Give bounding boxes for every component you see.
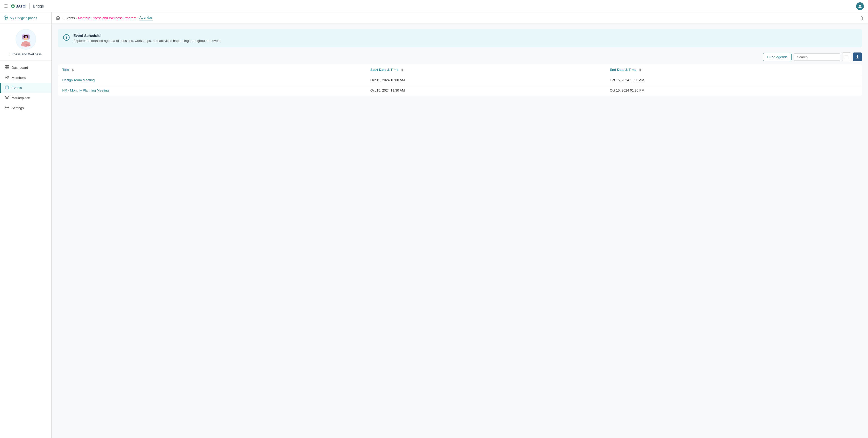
list-icon [844, 55, 848, 59]
members-label: Members [11, 76, 26, 80]
my-spaces-icon [4, 16, 8, 21]
breadcrumb-agendas[interactable]: Agendas [140, 16, 153, 21]
info-banner: Event Schedule! Explore the detailed age… [58, 29, 862, 47]
svg-rect-26 [7, 67, 9, 69]
table-header-row: Title ⇅ Start Date & Time ⇅ End Date & T… [58, 65, 862, 75]
search-input[interactable] [794, 53, 840, 61]
avatar[interactable] [856, 2, 864, 10]
svg-rect-29 [5, 86, 9, 89]
hamburger-icon[interactable]: ☰ [4, 4, 8, 8]
marketplace-icon [5, 95, 9, 100]
breadcrumb-program[interactable]: Monthly Fitness and Wellness Program [78, 16, 136, 20]
sidebar-item-events[interactable]: Events [0, 83, 52, 93]
svg-point-38 [66, 36, 67, 36]
navbar-divider [29, 3, 30, 9]
main-layout: My Bridge Spaces [0, 12, 868, 438]
svg-text:BATOI: BATOI [16, 4, 26, 8]
batoi-logo-svg: BATOI [11, 3, 26, 10]
my-bridge-spaces-link[interactable]: My Bridge Spaces [0, 12, 52, 24]
info-circle-icon [63, 34, 70, 41]
breadcrumb-home[interactable] [56, 16, 60, 21]
svg-rect-24 [7, 65, 9, 67]
sidebar-item-marketplace[interactable]: Marketplace [0, 93, 52, 103]
agenda-title-link-1[interactable]: HR - Monthly Planning Meeting [62, 88, 109, 92]
download-button[interactable] [853, 53, 862, 61]
agenda-table: Title ⇅ Start Date & Time ⇅ End Date & T… [58, 64, 862, 96]
breadcrumb-events[interactable]: Events [65, 16, 75, 20]
people-icon [5, 75, 9, 79]
col-actions [846, 65, 862, 75]
cell-actions-0 [846, 75, 862, 85]
sidebar-item-settings[interactable]: Settings [0, 103, 52, 113]
svg-rect-25 [5, 67, 7, 69]
calendar-icon [5, 85, 9, 89]
list-view-button[interactable] [842, 53, 851, 61]
svg-point-28 [7, 76, 8, 77]
sidebar-nav: Dashboard Members [0, 60, 52, 115]
svg-point-27 [6, 76, 7, 77]
svg-point-1 [12, 5, 14, 7]
cell-end-1: Oct 15, 2024 01:30 PM [606, 85, 846, 96]
table-toolbar: + Add Agenda [58, 53, 862, 61]
col-end-date: End Date & Time ⇅ [606, 65, 846, 75]
svg-point-34 [6, 107, 8, 108]
cell-start-0: Oct 15, 2024 10:00 AM [366, 75, 606, 85]
info-description: Explore the detailed agenda of sessions,… [73, 39, 221, 43]
navbar-brand: Bridge [33, 4, 44, 8]
dashboard-label: Dashboard [11, 66, 28, 69]
search-container [794, 53, 840, 61]
profile-avatar [16, 29, 36, 50]
marketplace-label: Marketplace [11, 96, 30, 100]
grid-icon [5, 65, 9, 69]
info-title: Event Schedule! [73, 34, 221, 38]
page-content: Event Schedule! Explore the detailed age… [52, 24, 868, 438]
col-start-label: Start Date & Time [370, 68, 398, 71]
add-agenda-button[interactable]: + Add Agenda [763, 53, 792, 61]
breadcrumb-sep-3: › [137, 16, 138, 20]
svg-rect-23 [5, 65, 7, 67]
content-area: › Events › Monthly Fitness and Wellness … [52, 12, 868, 438]
profile-name: Fitness and Wellness [10, 52, 41, 56]
my-spaces-label: My Bridge Spaces [10, 16, 37, 20]
dashboard-icon [5, 65, 9, 70]
navbar: ☰ BATOI Bridge [0, 0, 868, 12]
sort-end-icon[interactable]: ⇅ [639, 68, 641, 71]
cell-title-1: HR - Monthly Planning Meeting [58, 85, 366, 96]
breadcrumb-collapse-btn[interactable]: ❯ [861, 16, 864, 21]
home-icon [56, 16, 60, 20]
info-icon [63, 34, 70, 42]
table-row: Design Team Meeting Oct 15, 2024 10:00 A… [58, 75, 862, 85]
svg-rect-35 [57, 18, 58, 19]
breadcrumb: › Events › Monthly Fitness and Wellness … [52, 12, 868, 24]
cell-title-0: Design Team Meeting [58, 75, 366, 85]
agenda-title-link-0[interactable]: Design Team Meeting [62, 78, 95, 82]
col-end-label: End Date & Time [610, 68, 637, 71]
info-banner-content: Event Schedule! Explore the detailed age… [73, 34, 221, 43]
col-title: Title ⇅ [58, 65, 366, 75]
breadcrumb-sep-2: › [76, 16, 77, 20]
col-title-label: Title [62, 68, 69, 71]
sidebar: My Bridge Spaces [0, 12, 52, 438]
cell-end-0: Oct 15, 2024 11:00 AM [606, 75, 846, 85]
events-icon [5, 85, 9, 90]
col-start-date: Start Date & Time ⇅ [366, 65, 606, 75]
gear-icon [5, 106, 9, 110]
user-icon [858, 4, 862, 8]
logo-image: BATOI [11, 3, 26, 10]
table-row: HR - Monthly Planning Meeting Oct 15, 20… [58, 85, 862, 96]
settings-icon [5, 106, 9, 110]
sidebar-item-members[interactable]: Members [0, 72, 52, 83]
cell-start-1: Oct 15, 2024 11:30 AM [366, 85, 606, 96]
store-icon [5, 95, 9, 99]
members-icon [5, 75, 9, 80]
cell-actions-1 [846, 85, 862, 96]
circle-plus-icon [4, 16, 8, 20]
svg-point-22 [25, 36, 26, 38]
logo: BATOI [11, 3, 26, 10]
sidebar-profile: Fitness and Wellness [0, 24, 52, 60]
sidebar-item-dashboard[interactable]: Dashboard [0, 63, 52, 72]
breadcrumb-sep-1: › [63, 16, 64, 20]
sort-start-icon[interactable]: ⇅ [401, 68, 403, 71]
download-icon [855, 55, 860, 59]
sort-title-icon[interactable]: ⇅ [71, 68, 74, 71]
